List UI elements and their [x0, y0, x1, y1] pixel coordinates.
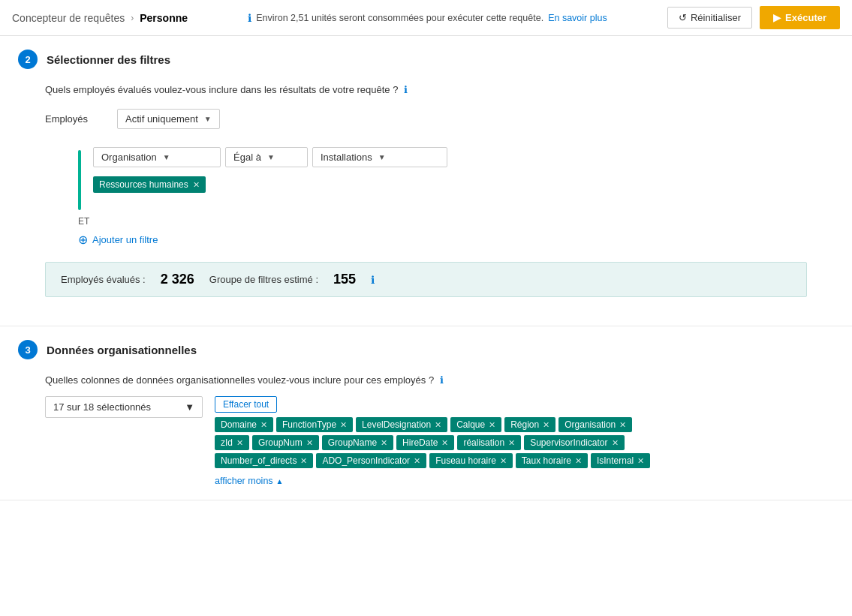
tag-close[interactable]: ✕	[414, 456, 420, 466]
info-bar: ℹ Environ 2,51 unités seront consommées …	[248, 12, 607, 24]
clear-all-button[interactable]: Effacer tout	[215, 396, 277, 413]
tag-close[interactable]: ✕	[575, 456, 582, 466]
section2-title: Sélectionner des filtres	[47, 53, 170, 66]
group-label: Groupe de filtres estimé :	[209, 274, 318, 285]
tag-item: Taux horaire✕	[516, 453, 588, 468]
tags-line-3: Number_of_directs✕ADO_PersonIndicator✕Fu…	[215, 453, 834, 468]
columns-dropdown[interactable]: 17 sur 18 sélectionnés ▼	[45, 396, 203, 418]
add-filter-button[interactable]: ⊕ Ajouter un filtre	[18, 233, 834, 247]
tag-close[interactable]: ✕	[489, 420, 495, 430]
columns-dropdown-arrow: ▼	[185, 401, 194, 413]
tag-item: FunctionType✕	[276, 417, 353, 432]
breadcrumb-separator: ›	[131, 13, 134, 23]
breadcrumb-link[interactable]: Concepteur de requêtes	[12, 12, 125, 24]
tag-close[interactable]: ✕	[637, 456, 644, 466]
filter-fields: Organisation ▼ Égal à ▼ Installations ▼	[93, 147, 447, 193]
reset-icon: ↺	[679, 12, 687, 23]
question-info-icon: ℹ	[404, 84, 408, 95]
tag-item: Calque✕	[450, 417, 501, 432]
breadcrumb: Concepteur de requêtes › Personne	[12, 12, 188, 24]
execute-button[interactable]: ▶ Exécuter	[760, 6, 840, 29]
tag-close[interactable]: ✕	[500, 456, 507, 466]
filter-org-dropdown[interactable]: Organisation ▼	[93, 147, 221, 167]
filter-org-arrow: ▼	[163, 153, 170, 161]
learn-more-link[interactable]: En savoir plus	[548, 13, 607, 23]
tag-item: ADO_PersonIndicator✕	[316, 453, 426, 468]
employees-label: Employés	[45, 113, 105, 125]
columns-row: 17 sur 18 sélectionnés ▼ Effacer tout Do…	[18, 396, 834, 486]
filter-condition-arrow: ▼	[267, 153, 275, 161]
tag-item: Fuseau horaire✕	[429, 453, 513, 468]
tag-item: HireDate✕	[396, 435, 454, 450]
info-text: Environ 2,51 unités seront consommées po…	[256, 13, 543, 23]
tag-item: LevelDesignation✕	[356, 417, 447, 432]
employees-dropdown-arrow: ▼	[204, 115, 212, 123]
tag-close[interactable]: ✕	[340, 420, 347, 430]
columns-info-icon: ℹ	[440, 374, 444, 386]
tag-close[interactable]: ✕	[543, 420, 549, 430]
filter-value-arrow: ▼	[378, 153, 386, 161]
stats-bar: Employés évalués : 2 326 Groupe de filtr…	[45, 262, 807, 297]
employees-dropdown[interactable]: Actif uniquement ▼	[117, 109, 220, 129]
section3-header: 3 Données organisationnelles	[18, 340, 834, 359]
header-actions: ↺ Réinitialiser ▶ Exécuter	[667, 6, 840, 29]
tag-item: Organisation✕	[558, 417, 632, 432]
stats-info-icon[interactable]: ℹ	[371, 274, 375, 286]
tags-rows: Domaine✕FunctionType✕LevelDesignation✕Ca…	[215, 417, 834, 468]
section2-number: 2	[18, 50, 38, 69]
tag-item: SupervisorIndicator✕	[524, 435, 624, 450]
employees-question: Quels employés évalués voulez-vous inclu…	[18, 84, 834, 95]
filter-dropdowns: Organisation ▼ Égal à ▼ Installations ▼	[93, 147, 447, 167]
filter-tags: Ressources humaines ✕	[93, 176, 447, 193]
tag-item: IsInternal✕	[591, 453, 650, 468]
tag-close[interactable]: ✕	[306, 438, 313, 448]
tag-item: GroupName✕	[322, 435, 393, 450]
filter-tag-item: Ressources humaines ✕	[93, 176, 206, 193]
filter-bar-indicator	[78, 150, 81, 210]
main-content: 2 Sélectionner des filtres Quels employé…	[0, 36, 852, 500]
tag-item: réalisation✕	[457, 435, 521, 450]
employees-filter-row: Employés Actif uniquement ▼	[18, 109, 834, 129]
tag-close[interactable]: ✕	[508, 438, 515, 448]
evaluated-value: 2 326	[161, 272, 194, 287]
tag-close[interactable]: ✕	[612, 438, 619, 448]
tags-area: Effacer tout Domaine✕FunctionType✕LevelD…	[215, 396, 834, 486]
tag-close[interactable]: ✕	[260, 420, 267, 430]
reset-button[interactable]: ↺ Réinitialiser	[667, 7, 752, 29]
tag-close[interactable]: ✕	[381, 438, 387, 448]
section3-number: 3	[18, 340, 38, 359]
tag-close[interactable]: ✕	[619, 420, 626, 430]
tag-close[interactable]: ✕	[236, 438, 243, 448]
tag-close[interactable]: ✕	[300, 456, 307, 466]
section2-header: 2 Sélectionner des filtres	[18, 50, 834, 69]
header: Concepteur de requêtes › Personne ℹ Envi…	[0, 0, 852, 36]
tag-item: Domaine✕	[215, 417, 273, 432]
filter-value-dropdown[interactable]: Installations ▼	[312, 147, 447, 167]
tag-item: Number_of_directs✕	[215, 453, 313, 468]
filter-container: Organisation ▼ Égal à ▼ Installations ▼	[18, 147, 834, 210]
filter-tag-close[interactable]: ✕	[193, 180, 200, 190]
show-less-button[interactable]: afficher moins ▲	[215, 476, 834, 486]
breadcrumb-current: Personne	[140, 12, 188, 24]
chevron-up-icon: ▲	[276, 477, 284, 485]
tags-line-1: Domaine✕FunctionType✕LevelDesignation✕Ca…	[215, 417, 834, 432]
section3-title: Données organisationnelles	[47, 344, 197, 356]
section-filters: 2 Sélectionner des filtres Quels employé…	[0, 36, 852, 326]
et-label: ET	[18, 216, 834, 227]
filter-condition-dropdown[interactable]: Égal à ▼	[225, 147, 308, 167]
tags-line-2: zId✕GroupNum✕GroupName✕HireDate✕réalisat…	[215, 435, 834, 450]
section-org-data: 3 Données organisationnelles Quelles col…	[0, 326, 852, 500]
add-filter-icon: ⊕	[78, 233, 88, 247]
info-icon: ℹ	[248, 12, 251, 24]
tag-close[interactable]: ✕	[435, 420, 441, 430]
filter-row: Organisation ▼ Égal à ▼ Installations ▼	[78, 147, 834, 210]
execute-icon: ▶	[773, 12, 781, 23]
group-value: 155	[333, 272, 356, 287]
columns-question: Quelles colonnes de données organisation…	[18, 374, 834, 386]
tag-item: Région✕	[504, 417, 555, 432]
tag-item: GroupNum✕	[252, 435, 319, 450]
tag-item: zId✕	[215, 435, 249, 450]
evaluated-label: Employés évalués :	[61, 274, 146, 285]
tag-close[interactable]: ✕	[441, 438, 448, 448]
